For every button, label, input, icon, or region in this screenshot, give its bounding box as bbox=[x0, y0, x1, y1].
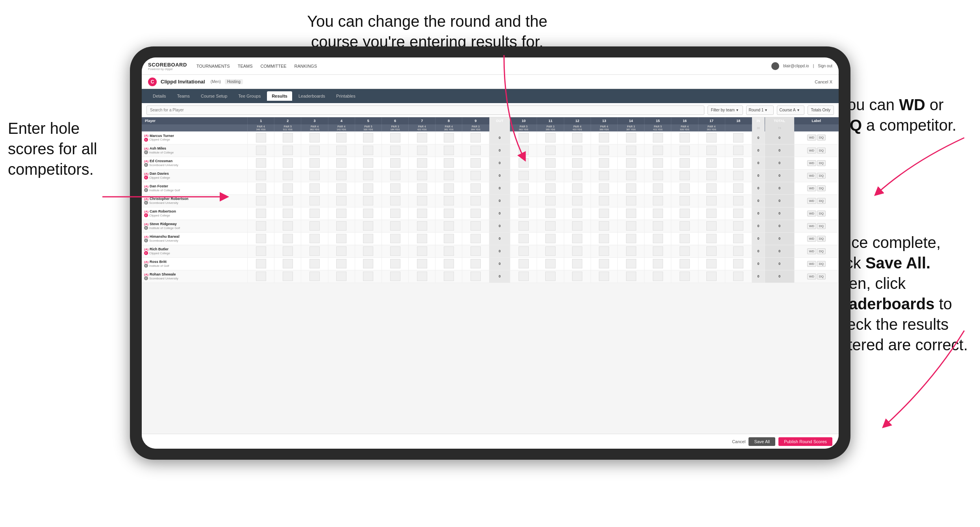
dq-button[interactable]: DQ bbox=[817, 211, 826, 216]
hole-17-input[interactable] bbox=[706, 171, 717, 180]
hole-13-input-cell[interactable] bbox=[591, 157, 617, 169]
hole-9-input[interactable] bbox=[471, 246, 481, 256]
hole-12-input-cell[interactable] bbox=[564, 182, 591, 194]
hole-15-input[interactable] bbox=[653, 171, 663, 180]
hole-18-input[interactable] bbox=[733, 133, 743, 142]
hole-2-input[interactable] bbox=[283, 158, 293, 168]
hole-2-input-cell[interactable] bbox=[274, 220, 301, 232]
hole-8-input-cell[interactable] bbox=[435, 270, 462, 283]
hole-17-input[interactable] bbox=[706, 133, 717, 142]
hole-7-input[interactable] bbox=[417, 146, 427, 155]
hole-3-input[interactable] bbox=[309, 171, 320, 180]
cancel-action-button[interactable]: Cancel bbox=[732, 439, 745, 444]
hole-1-input[interactable] bbox=[256, 158, 266, 168]
hole-3-input-cell[interactable] bbox=[301, 169, 328, 182]
hole-13-input-cell[interactable] bbox=[591, 232, 617, 245]
hole-12-input-cell[interactable] bbox=[564, 232, 591, 245]
hole-6-input[interactable] bbox=[390, 133, 400, 142]
hole-11-input[interactable] bbox=[545, 234, 556, 243]
hole-16-input-cell[interactable] bbox=[671, 245, 698, 257]
hole-5-input[interactable] bbox=[363, 146, 373, 155]
hole-14-input[interactable] bbox=[626, 221, 636, 231]
hole-17-input[interactable] bbox=[706, 259, 717, 268]
hole-16-input-cell[interactable] bbox=[671, 144, 698, 157]
hole-17-input-cell[interactable] bbox=[698, 194, 725, 207]
hole-3-input-cell[interactable] bbox=[301, 194, 328, 207]
hole-8-input[interactable] bbox=[444, 272, 454, 281]
hole-13-input[interactable] bbox=[599, 221, 609, 231]
hole-8-input[interactable] bbox=[444, 196, 454, 205]
hole-9-input[interactable] bbox=[471, 183, 481, 193]
hole-4-input[interactable] bbox=[336, 183, 346, 193]
hole-8-input[interactable] bbox=[444, 133, 454, 142]
hole-18-input[interactable] bbox=[733, 246, 743, 256]
hole-15-input[interactable] bbox=[653, 259, 663, 268]
hole-7-input-cell[interactable] bbox=[409, 245, 435, 257]
hole-2-input[interactable] bbox=[283, 183, 293, 193]
hole-12-input[interactable] bbox=[572, 158, 582, 168]
hole-18-input[interactable] bbox=[733, 183, 743, 193]
hole-8-input-cell[interactable] bbox=[435, 194, 462, 207]
hole-10-input[interactable] bbox=[519, 171, 529, 180]
hole-3-input[interactable] bbox=[309, 158, 320, 168]
hole-6-input[interactable] bbox=[390, 221, 400, 231]
hole-4-input[interactable] bbox=[336, 246, 346, 256]
hole-3-input[interactable] bbox=[309, 234, 320, 243]
hole-10-input[interactable] bbox=[519, 209, 529, 218]
hole-7-input[interactable] bbox=[417, 246, 427, 256]
hole-15-input[interactable] bbox=[653, 272, 663, 281]
hole-12-input-cell[interactable] bbox=[564, 157, 591, 169]
hole-17-input[interactable] bbox=[706, 183, 717, 193]
hole-13-input-cell[interactable] bbox=[591, 194, 617, 207]
hole-14-input-cell[interactable] bbox=[618, 144, 645, 157]
hole-17-input-cell[interactable] bbox=[698, 169, 725, 182]
wd-button[interactable]: WD bbox=[807, 160, 816, 166]
hole-4-input[interactable] bbox=[336, 171, 346, 180]
hole-11-input[interactable] bbox=[545, 259, 556, 268]
dq-button[interactable]: DQ bbox=[817, 185, 826, 191]
hole-3-input-cell[interactable] bbox=[301, 131, 328, 144]
tab-teams[interactable]: Teams bbox=[172, 91, 195, 101]
dq-button[interactable]: DQ bbox=[817, 248, 826, 254]
hole-9-input-cell[interactable] bbox=[462, 245, 489, 257]
hole-13-input[interactable] bbox=[599, 171, 609, 180]
hole-18-input[interactable] bbox=[733, 259, 743, 268]
nav-tournaments[interactable]: TOURNAMENTS bbox=[196, 64, 230, 68]
hole-2-input[interactable] bbox=[283, 234, 293, 243]
dq-button[interactable]: DQ bbox=[817, 135, 826, 141]
hole-18-input-cell[interactable] bbox=[725, 257, 752, 270]
hole-6-input-cell[interactable] bbox=[382, 157, 408, 169]
hole-1-input-cell[interactable] bbox=[248, 257, 274, 270]
hole-1-input[interactable] bbox=[256, 209, 266, 218]
hole-18-input[interactable] bbox=[733, 221, 743, 231]
hole-3-input[interactable] bbox=[309, 196, 320, 205]
hole-11-input-cell[interactable] bbox=[537, 270, 564, 283]
hole-9-input[interactable] bbox=[471, 146, 481, 155]
hole-18-input-cell[interactable] bbox=[725, 131, 752, 144]
hole-14-input-cell[interactable] bbox=[618, 245, 645, 257]
course-dropdown[interactable]: Course A ▾ bbox=[777, 105, 804, 115]
hole-5-input-cell[interactable] bbox=[355, 257, 382, 270]
wd-button[interactable]: WD bbox=[807, 248, 816, 254]
hole-15-input[interactable] bbox=[653, 196, 663, 205]
hole-3-input[interactable] bbox=[309, 146, 320, 155]
hole-10-input-cell[interactable] bbox=[510, 131, 537, 144]
hole-7-input[interactable] bbox=[417, 234, 427, 243]
hole-6-input[interactable] bbox=[390, 196, 400, 205]
hole-14-input-cell[interactable] bbox=[618, 182, 645, 194]
hole-8-input-cell[interactable] bbox=[435, 257, 462, 270]
hole-6-input[interactable] bbox=[390, 171, 400, 180]
hole-8-input-cell[interactable] bbox=[435, 157, 462, 169]
hole-2-input[interactable] bbox=[283, 171, 293, 180]
hole-13-input[interactable] bbox=[599, 209, 609, 218]
hole-15-input[interactable] bbox=[653, 133, 663, 142]
hole-14-input-cell[interactable] bbox=[618, 157, 645, 169]
hole-14-input-cell[interactable] bbox=[618, 169, 645, 182]
hole-12-input[interactable] bbox=[572, 272, 582, 281]
hole-11-input[interactable] bbox=[545, 196, 556, 205]
hole-8-input-cell[interactable] bbox=[435, 232, 462, 245]
hole-12-input[interactable] bbox=[572, 209, 582, 218]
hole-4-input-cell[interactable] bbox=[328, 270, 355, 283]
hole-15-input-cell[interactable] bbox=[645, 131, 671, 144]
hole-9-input[interactable] bbox=[471, 133, 481, 142]
